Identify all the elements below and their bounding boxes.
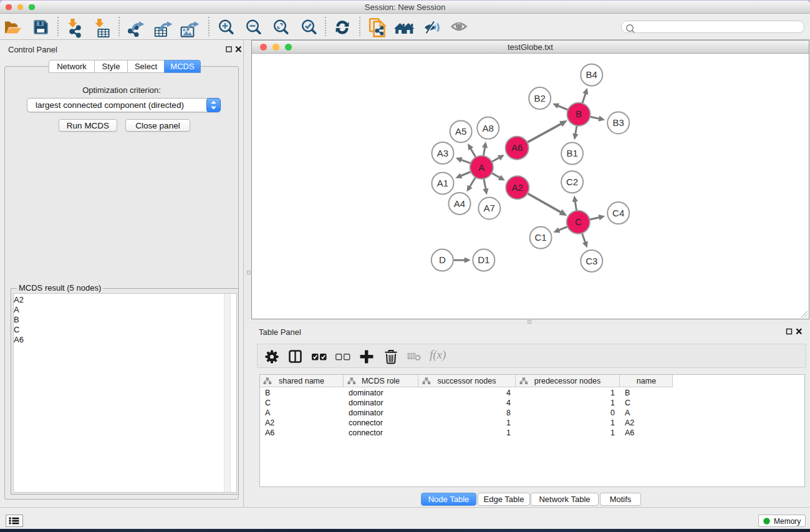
svg-text:A3: A3 — [437, 148, 448, 158]
svg-text:B3: B3 — [613, 117, 624, 128]
svg-text:C: C — [575, 216, 582, 227]
svg-text:A4: A4 — [454, 198, 465, 209]
svg-text:C3: C3 — [586, 256, 597, 266]
svg-text:A2: A2 — [512, 182, 523, 193]
svg-text:B: B — [576, 109, 582, 119]
svg-text:D: D — [439, 254, 446, 265]
svg-text:A6: A6 — [511, 142, 523, 153]
svg-text:B1: B1 — [566, 148, 577, 158]
svg-text:A5: A5 — [455, 126, 466, 137]
svg-text:A1: A1 — [437, 178, 448, 188]
svg-text:B4: B4 — [586, 69, 597, 80]
svg-text:A8: A8 — [483, 123, 494, 133]
svg-text:A7: A7 — [484, 203, 495, 213]
svg-text:A: A — [478, 162, 485, 173]
svg-text:D1: D1 — [478, 254, 489, 265]
svg-text:C4: C4 — [612, 208, 624, 218]
svg-text:C1: C1 — [535, 232, 547, 243]
svg-text:B2: B2 — [534, 93, 546, 104]
svg-text:C2: C2 — [566, 177, 578, 187]
